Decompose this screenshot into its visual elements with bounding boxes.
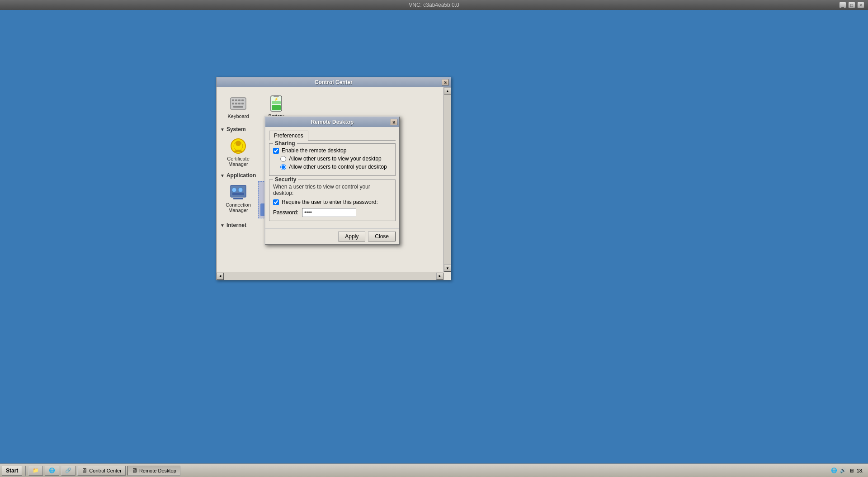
svg-rect-11 — [274, 95, 279, 97]
require-password-label: Require the user to enter this password: — [282, 199, 378, 205]
require-password-row: Require the user to enter this password: — [273, 199, 392, 205]
svg-point-28 — [238, 188, 243, 192]
connection-manager-icon — [229, 183, 247, 201]
taskbar-control-center[interactable]: 🖥 Control Center — [77, 466, 126, 476]
svg-text:⚡: ⚡ — [274, 97, 278, 101]
allow-view-row: Allow other users to view your desktop — [280, 156, 392, 162]
password-row: Password: — [273, 208, 392, 217]
svg-rect-12 — [272, 105, 281, 110]
browser-icon: 🌐 — [49, 468, 55, 473]
control-center-scrollbar[interactable]: ▲ ▼ — [443, 87, 451, 272]
svg-rect-2 — [235, 99, 237, 101]
start-button[interactable]: Start — [2, 466, 22, 476]
allow-control-label: Allow other users to control your deskto… — [289, 164, 387, 170]
vnc-title: VNC: c3ab4ea5b:0.0 — [409, 2, 459, 8]
taskbar-control-center-icon: 🖥 — [81, 467, 87, 474]
svg-rect-30 — [233, 198, 243, 199]
security-group-label: Security — [273, 176, 298, 183]
taskbar-remote-desktop-label: Remote Desktop — [139, 468, 176, 473]
remote-desktop-close-button[interactable]: × — [390, 119, 397, 125]
sidebar-item-keyboard[interactable]: Keyboard — [220, 93, 256, 121]
scroll-thumb[interactable] — [444, 94, 451, 264]
svg-rect-6 — [235, 103, 237, 104]
svg-rect-5 — [232, 103, 234, 104]
scroll-up-button[interactable]: ▲ — [444, 87, 451, 94]
remote-desktop-body: Preferences Sharing Enable the remote de… — [265, 127, 399, 228]
enable-remote-desktop-row: Enable the remote desktop — [273, 147, 392, 154]
allow-view-radio[interactable] — [280, 156, 286, 162]
remote-desktop-title: Remote Desktop — [311, 119, 354, 125]
vnc-close-button[interactable]: × — [857, 2, 864, 8]
sharing-group: Sharing Enable the remote desktop Allow … — [269, 143, 396, 176]
taskbar-browser[interactable]: 🌐 — [45, 466, 59, 476]
vnc-maximize-button[interactable]: □ — [848, 2, 855, 8]
system-tray: 🌐 🔊 🖥 18: — [828, 468, 866, 473]
svg-rect-29 — [232, 193, 244, 195]
security-description: When a user tries to view or control you… — [273, 184, 392, 196]
vnc-minimize-button[interactable]: _ — [839, 2, 846, 8]
control-center-title: Control Center — [315, 79, 353, 85]
allow-control-row: Allow other users to control your deskto… — [280, 164, 392, 170]
tab-preferences[interactable]: Preferences — [269, 131, 308, 141]
vnc-titlebar: VNC: c3ab4ea5b:0.0 _ □ × — [0, 0, 868, 10]
require-password-checkbox[interactable] — [273, 199, 279, 205]
remote-desktop-dialog: Remote Desktop × Preferences Sharing Ena… — [264, 116, 400, 245]
keyboard-label: Keyboard — [227, 113, 249, 119]
taskbar-control-center-label: Control Center — [89, 468, 122, 473]
enable-remote-desktop-checkbox[interactable] — [273, 148, 279, 154]
application-label: Application — [226, 172, 256, 179]
security-group: Security When a user tries to view or co… — [269, 179, 396, 221]
control-center-close-button[interactable]: × — [442, 79, 449, 85]
svg-rect-4 — [241, 99, 244, 101]
taskbar-remote-desktop[interactable]: 🖥 Remote Desktop — [127, 466, 180, 476]
password-label: Password: — [273, 209, 298, 216]
allow-view-label: Allow other users to view your desktop — [289, 156, 382, 162]
tray-display-icon[interactable]: 🖥 — [849, 468, 854, 473]
sharing-group-label: Sharing — [273, 140, 297, 146]
apply-button[interactable]: Apply — [338, 231, 365, 241]
file-manager-icon: 📁 — [33, 468, 39, 473]
taskbar-file-manager[interactable]: 📁 — [28, 466, 43, 476]
control-center-hscrollbar[interactable]: ◄ ► — [217, 272, 443, 280]
internet-label: Internet — [226, 222, 246, 228]
tray-volume-icon[interactable]: 🔊 — [840, 468, 846, 473]
taskbar-separator — [25, 466, 26, 476]
vnc-controls: _ □ × — [839, 2, 864, 8]
svg-rect-1 — [232, 99, 234, 101]
tab-bar: Preferences — [269, 131, 396, 141]
certificate-manager-icon — [229, 137, 247, 155]
sidebar-item-certificate-manager[interactable]: Certificate Manager — [220, 135, 256, 169]
enable-remote-desktop-label: Enable the remote desktop — [282, 147, 346, 154]
svg-rect-3 — [238, 99, 241, 101]
system-label: System — [226, 126, 246, 132]
scroll-down-button[interactable]: ▼ — [444, 264, 451, 272]
dialog-footer: Apply Close — [265, 228, 399, 244]
close-button[interactable]: Close — [368, 231, 396, 241]
svg-rect-13 — [272, 101, 281, 104]
scroll-right-button[interactable]: ► — [436, 273, 443, 280]
sidebar-item-connection-manager[interactable]: Connection Manager — [220, 181, 256, 218]
scroll-left-button[interactable]: ◄ — [217, 273, 224, 280]
password-input[interactable] — [302, 208, 356, 217]
control-center-titlebar: Control Center × — [217, 77, 451, 87]
taskbar-remote-desktop-icon: 🖥 — [132, 467, 137, 474]
svg-point-27 — [232, 188, 236, 192]
battery-icon: ⚡ — [267, 94, 285, 113]
allow-control-radio[interactable] — [280, 164, 286, 170]
connection-manager-label: Connection Manager — [222, 202, 255, 213]
tray-network-icon[interactable]: 🌐 — [831, 468, 837, 473]
svg-rect-9 — [233, 106, 243, 108]
svg-rect-7 — [238, 103, 241, 104]
svg-rect-8 — [241, 103, 244, 104]
taskbar-network[interactable]: 🔗 — [61, 466, 75, 476]
certificate-manager-label: Certificate Manager — [222, 156, 255, 167]
remote-desktop-titlebar: Remote Desktop × — [265, 117, 399, 127]
keyboard-icon — [229, 94, 247, 113]
network-icon: 🔗 — [65, 468, 71, 473]
taskbar-time: 18: — [857, 468, 863, 473]
taskbar: Start 📁 🌐 🔗 🖥 Control Center 🖥 Remote De… — [0, 463, 868, 477]
